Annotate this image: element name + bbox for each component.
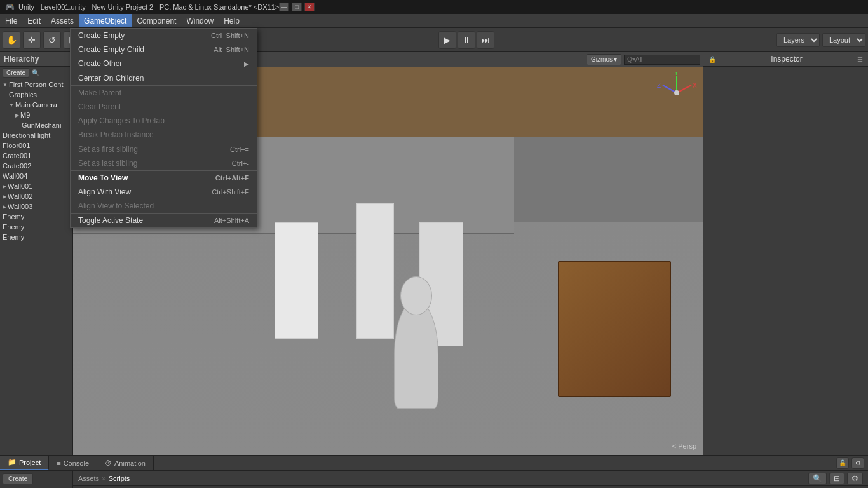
h-item-label: Wall002 bbox=[8, 193, 32, 200]
submenu-arrow-icon: ▶ bbox=[244, 60, 249, 67]
h-item-wall004[interactable]: Wall004 bbox=[0, 171, 72, 181]
gizmos-button[interactable]: Gizmos ▾ bbox=[587, 54, 621, 65]
scene-search-input[interactable] bbox=[624, 55, 700, 65]
inspector-lock-icon[interactable]: 🔒 bbox=[709, 56, 716, 63]
ctx-toggle-active-state[interactable]: Toggle Active State Alt+Shift+A bbox=[71, 214, 257, 227]
project-create-button[interactable]: Create bbox=[3, 473, 33, 484]
expand-icon: ▼ bbox=[3, 82, 8, 88]
h-item-m9[interactable]: ▶ M9 bbox=[0, 110, 72, 120]
h-item-label: Enemy bbox=[3, 223, 24, 231]
expand-icon: ▶ bbox=[3, 184, 6, 189]
inspector-title: Inspector bbox=[771, 55, 802, 64]
ctx-move-to-view[interactable]: Move To View Ctrl+Alt+F bbox=[71, 171, 257, 185]
asset-search-button[interactable]: 🔍 bbox=[808, 473, 827, 484]
h-item-crate001[interactable]: Crate001 bbox=[0, 151, 72, 161]
tab-console[interactable]: ≡ Console bbox=[49, 456, 97, 470]
h-item-label: Floor001 bbox=[3, 142, 30, 149]
menu-edit[interactable]: Edit bbox=[22, 14, 46, 27]
menu-window[interactable]: Window bbox=[181, 14, 219, 27]
titlebar-title: Unity - Level001.unity - New Unity Proje… bbox=[18, 3, 279, 11]
step-button[interactable]: ⏭ bbox=[477, 31, 494, 49]
h-item-enemy1[interactable]: Enemy bbox=[0, 212, 72, 222]
h-item-label: Wall004 bbox=[3, 172, 27, 180]
h-item-label: First Person Cont bbox=[9, 81, 64, 88]
menu-gameobject[interactable]: GameObject bbox=[79, 14, 132, 27]
h-item-label: Main Camera bbox=[15, 101, 57, 109]
h-item-wall001[interactable]: ▶ Wall001 bbox=[0, 181, 72, 191]
h-item-label: GunMechani bbox=[22, 121, 61, 129]
console-tab-icon: ≡ bbox=[57, 459, 60, 467]
ctx-first-sibling: Set as first sibling Ctrl+= bbox=[71, 142, 257, 156]
play-button[interactable]: ▶ bbox=[438, 31, 456, 49]
svg-text:Z: Z bbox=[657, 82, 661, 89]
expand-icon: ▶ bbox=[3, 204, 6, 210]
ctx-create-empty-child[interactable]: Create Empty Child Alt+Shift+N bbox=[71, 43, 257, 57]
translate-tool-button[interactable]: ✛ bbox=[23, 31, 41, 49]
hand-tool-button[interactable]: ✋ bbox=[3, 31, 20, 49]
hierarchy-create-button[interactable]: Create bbox=[3, 68, 29, 78]
h-item-floor001[interactable]: Floor001 bbox=[0, 140, 72, 151]
hierarchy-title: Hierarchy bbox=[4, 55, 39, 64]
menu-section-state: Toggle Active State Alt+Shift+A bbox=[71, 214, 257, 227]
close-button[interactable]: ✕ bbox=[304, 3, 315, 11]
h-item-label: Directional light bbox=[3, 132, 50, 139]
tab-project[interactable]: 📁 Project bbox=[0, 456, 49, 470]
menu-section-sibling: Set as first sibling Ctrl+= Set as last … bbox=[71, 142, 257, 171]
inspector-header: 🔒 Inspector ☰ bbox=[703, 52, 868, 67]
animation-tab-icon: ⏱ bbox=[105, 459, 112, 467]
h-item-enemy2[interactable]: Enemy bbox=[0, 222, 72, 232]
ctx-create-other[interactable]: Create Other ▶ bbox=[71, 57, 257, 71]
ctx-break-prefab-instance: Break Prefab Instance bbox=[71, 128, 257, 142]
project-tree-panel: Create ★ Favorites 🔍 All Materials 🔍 All… bbox=[0, 471, 73, 488]
breadcrumb-scripts[interactable]: Scripts bbox=[109, 475, 130, 482]
ctx-align-with-view[interactable]: Align With View Ctrl+Shift+F bbox=[71, 185, 257, 199]
h-item-label: Wall001 bbox=[8, 182, 32, 190]
tab-animation[interactable]: ⏱ Animation bbox=[97, 456, 154, 470]
gameobject-dropdown-menu: Create Empty Ctrl+Shift+N Create Empty C… bbox=[70, 28, 257, 228]
h-item-label: M9 bbox=[20, 111, 30, 119]
menu-section-parent: Make Parent Clear Parent Apply Changes T… bbox=[71, 86, 257, 142]
h-item-firstperson[interactable]: ▼ First Person Cont bbox=[0, 79, 72, 90]
inspector-menu-icon[interactable]: ☰ bbox=[857, 56, 863, 63]
hierarchy-panel: Hierarchy Create 🔍 ▼ First Person Cont G… bbox=[0, 52, 73, 455]
menu-file[interactable]: File bbox=[0, 14, 22, 27]
h-item-enemy3[interactable]: Enemy bbox=[0, 232, 72, 242]
ctx-last-sibling: Set as last sibling Ctrl+- bbox=[71, 156, 257, 170]
rotate-tool-button[interactable]: ↺ bbox=[43, 31, 61, 49]
h-item-gunmechanics[interactable]: GunMechani bbox=[0, 120, 72, 130]
pause-button[interactable]: ⏸ bbox=[458, 31, 475, 49]
bottom-panel: 📁 Project ≡ Console ⏱ Animation 🔒 ⚙ Crea… bbox=[0, 455, 868, 488]
h-item-wall002[interactable]: ▶ Wall002 bbox=[0, 191, 72, 201]
hierarchy-list: ▼ First Person Cont Graphics ▼ Main Came… bbox=[0, 79, 72, 455]
breadcrumb-assets[interactable]: Assets bbox=[78, 475, 99, 482]
minimize-button[interactable]: — bbox=[279, 3, 289, 11]
panel-lock-button[interactable]: 🔒 bbox=[836, 458, 849, 469]
scene-gizmo: X Y Z bbox=[656, 72, 698, 114]
h-item-wall003[interactable]: ▶ Wall003 bbox=[0, 201, 72, 212]
maximize-button[interactable]: □ bbox=[292, 3, 302, 11]
menu-component[interactable]: Component bbox=[132, 14, 181, 27]
h-item-crate002[interactable]: Crate002 bbox=[0, 161, 72, 171]
layers-dropdown[interactable]: Layers bbox=[776, 33, 820, 47]
h-item-label: Enemy bbox=[3, 213, 24, 220]
menu-section-create: Create Empty Ctrl+Shift+N Create Empty C… bbox=[71, 29, 257, 71]
asset-settings-button[interactable]: ⚙ bbox=[847, 473, 863, 484]
inspector-empty bbox=[703, 67, 868, 77]
asset-filter-button[interactable]: ⊟ bbox=[829, 473, 844, 484]
hierarchy-search-icon: 🔍 bbox=[32, 69, 39, 76]
layout-dropdown[interactable]: Layout bbox=[822, 33, 865, 47]
svg-point-6 bbox=[674, 90, 679, 95]
ctx-center-on-children[interactable]: Center On Children bbox=[71, 71, 257, 85]
h-item-graphics[interactable]: Graphics bbox=[0, 90, 72, 100]
panel-settings-button[interactable]: ⚙ bbox=[851, 458, 864, 469]
h-item-maincamera[interactable]: ▼ Main Camera bbox=[0, 100, 72, 110]
ctx-create-empty[interactable]: Create Empty Ctrl+Shift+N bbox=[71, 29, 257, 43]
persp-label: < Persp bbox=[672, 442, 696, 450]
ctx-align-view-selected: Align View to Selected bbox=[71, 199, 257, 213]
h-item-dirlight[interactable]: Directional light bbox=[0, 130, 72, 140]
menu-assets[interactable]: Assets bbox=[46, 14, 79, 27]
menu-help[interactable]: Help bbox=[219, 14, 245, 27]
hierarchy-header: Hierarchy bbox=[0, 52, 72, 67]
ctx-clear-parent: Clear Parent bbox=[71, 100, 257, 114]
menu-section-center: Center On Children bbox=[71, 71, 257, 86]
